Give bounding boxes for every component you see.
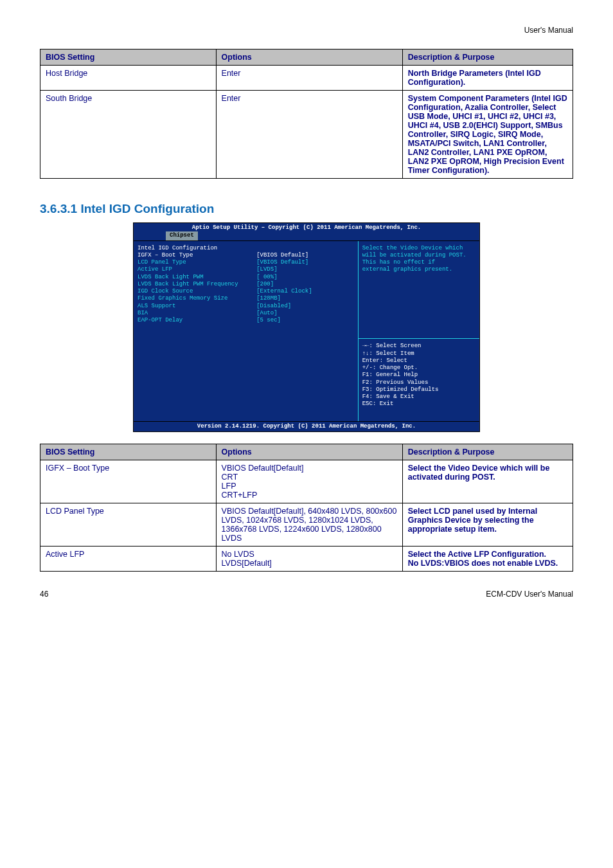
bios-help-line: will be activated during POST.	[362, 252, 475, 259]
bios-setting-value: [200]	[256, 281, 354, 288]
bios-key-hint: F3: Optimized Defaults	[362, 386, 475, 393]
bios-setting-value: [5 sec]	[256, 317, 354, 324]
bios-setting-value: [LVDS]	[256, 266, 354, 273]
bios-help-line: Select the Video Device which	[362, 245, 475, 252]
bios-setting-value: [Disabled]	[256, 303, 354, 310]
bios-setting-value: [VBIOS Default]	[256, 259, 354, 266]
table-cell: Active LFP	[40, 546, 217, 571]
bios-setting-label: BIA	[138, 310, 256, 317]
table-cell: North Bridge Parameters (Intel IGD Confi…	[402, 66, 573, 91]
th-bios-setting: BIOS Setting	[40, 444, 217, 460]
table-cell: Select the Video Device which will be ac…	[402, 460, 573, 503]
bios-setting-label: LVDS Back Light PWM Frequency	[138, 281, 256, 288]
table-cell: Enter	[216, 66, 402, 91]
table-cell: IGFX – Boot Type	[40, 460, 217, 503]
bios-help-line: This has no effect if	[362, 259, 475, 266]
bios-help-line: external graphics present.	[362, 266, 475, 273]
table-cell: VBIOS Default[Default] CRT LFP CRT+LFP	[216, 460, 402, 503]
table-cell: LCD Panel Type	[40, 503, 217, 546]
bios-keys-pane: →←: Select Screen↑↓: Select ItemEnter: S…	[359, 338, 479, 420]
bios-setting-label: LVDS Back Light PWM	[138, 274, 256, 281]
table-row: South BridgeEnterSystem Component Parame…	[40, 91, 573, 179]
th-description: Description & Purpose	[402, 444, 573, 460]
bios-setting-label: EAP-OPT Delay	[138, 317, 256, 324]
bios-setting-label: IGD Clock Source	[138, 288, 256, 295]
bios-key-hint: +/-: Change Opt.	[362, 365, 475, 372]
bios-setting-row[interactable]: IGD Clock Source[External Clock]	[138, 288, 354, 295]
table-row: Active LFPNo LVDS LVDS[Default]Select th…	[40, 546, 573, 571]
th-options: Options	[216, 50, 402, 66]
bios-setting-label: IGFX – Boot Type	[138, 252, 256, 259]
bios-setting-value: [External Clock]	[256, 288, 354, 295]
bios-tab-chipset[interactable]: Chipset	[166, 231, 198, 240]
bios-key-hint: F1: General Help	[362, 372, 475, 379]
section-heading: 3.6.3.1 Intel IGD Configuration	[40, 202, 573, 216]
bios-setting-row[interactable]: Fixed Graphics Memory Size[128MB]	[138, 295, 354, 302]
bios-key-hint: F4: Save & Exit	[362, 393, 475, 401]
bios-left-pane: Intel IGD Configuration IGFX – Boot Type…	[134, 241, 359, 421]
bios-setting-row[interactable]: LVDS Back Light PWM[ 00%]	[138, 274, 354, 281]
table-row: LCD Panel TypeVBIOS Default[Default], 64…	[40, 503, 573, 546]
table-cell: No LVDS LVDS[Default]	[216, 546, 402, 571]
bios-setting-row[interactable]: BIA[Auto]	[138, 310, 354, 317]
bios-setting-row[interactable]: Active LFP[LVDS]	[138, 266, 354, 273]
bios-setting-label: LCD Panel Type	[138, 259, 256, 266]
bios-setting-row[interactable]: EAP-OPT Delay[5 sec]	[138, 317, 354, 324]
th-options: Options	[216, 444, 402, 460]
bios-setting-label: Active LFP	[138, 266, 256, 273]
bios-options-table-1: BIOS Setting Options Description & Purpo…	[40, 49, 573, 179]
bios-setting-row[interactable]: ALS Support[Disabled]	[138, 303, 354, 310]
bios-setting-row[interactable]: LCD Panel Type[VBIOS Default]	[138, 259, 354, 266]
footer-right: ECM-CDV User's Manual	[486, 590, 573, 599]
bios-title-bar: Aptio Setup Utility – Copyright (C) 2011…	[134, 223, 479, 231]
table-row: IGFX – Boot TypeVBIOS Default[Default] C…	[40, 460, 573, 503]
header-right: User's Manual	[524, 26, 573, 35]
table-cell: Select LCD panel used by Internal Graphi…	[402, 503, 573, 546]
bios-key-hint: ↑↓: Select Item	[362, 350, 475, 357]
page-number: 46	[40, 590, 48, 599]
bios-key-hint: F2: Previous Values	[362, 379, 475, 386]
bios-key-hint: ESC: Exit	[362, 401, 475, 408]
bios-setting-value: [VBIOS Default]	[256, 252, 354, 259]
bios-section-heading: Intel IGD Configuration	[138, 245, 256, 252]
bios-setting-value: [128MB]	[256, 295, 354, 302]
bios-help-pane: Select the Video Device whichwill be act…	[359, 241, 479, 339]
table-row: Host BridgeEnterNorth Bridge Parameters …	[40, 66, 573, 91]
table-cell: South Bridge	[40, 91, 217, 179]
table-cell: VBIOS Default[Default], 640x480 LVDS, 80…	[216, 503, 402, 546]
bios-setting-row[interactable]: LVDS Back Light PWM Frequency[200]	[138, 281, 354, 288]
bios-setting-label: ALS Support	[138, 303, 256, 310]
th-bios-setting: BIOS Setting	[40, 50, 217, 66]
bios-key-hint: Enter: Select	[362, 357, 475, 365]
bios-setting-label: Fixed Graphics Memory Size	[138, 295, 256, 302]
table-cell: System Component Parameters (Intel IGD C…	[402, 91, 573, 179]
bios-setting-value: [Auto]	[256, 310, 354, 317]
bios-version-bar: Version 2.14.1219. Copyright (C) 2011 Am…	[133, 422, 480, 432]
bios-setting-row[interactable]: IGFX – Boot Type[VBIOS Default]	[138, 252, 354, 259]
table-cell: Enter	[216, 91, 402, 179]
table-cell: Select the Active LFP Configuration. No …	[402, 546, 573, 571]
th-description: Description & Purpose	[402, 50, 573, 66]
table-cell: Host Bridge	[40, 66, 217, 91]
bios-key-hint: →←: Select Screen	[362, 343, 475, 350]
bios-setting-value: [ 00%]	[256, 274, 354, 281]
bios-options-table-2: BIOS Setting Options Description & Purpo…	[40, 444, 573, 572]
bios-screenshot: Aptio Setup Utility – Copyright (C) 2011…	[133, 222, 480, 432]
